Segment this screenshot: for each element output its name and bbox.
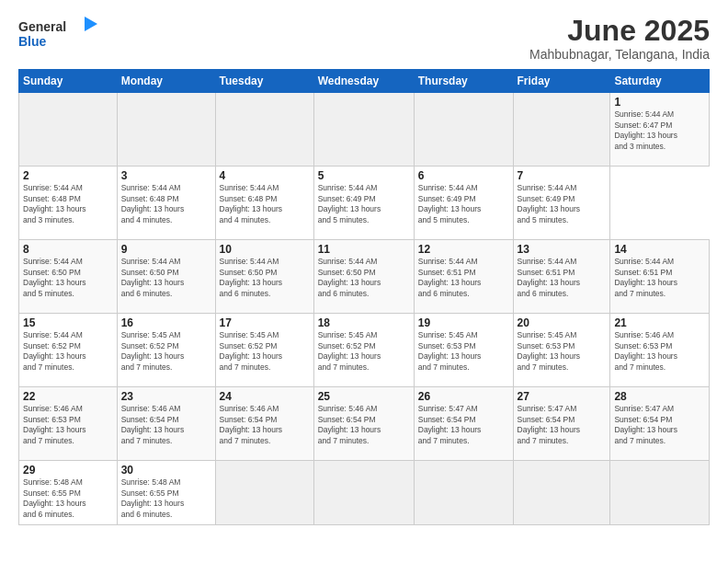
day-number: 2: [23, 169, 113, 182]
table-row: 17Sunrise: 5:45 AM Sunset: 6:52 PM Dayli…: [215, 314, 313, 387]
table-row: 13Sunrise: 5:44 AM Sunset: 6:51 PM Dayli…: [513, 240, 610, 314]
subtitle: Mahbubnagar, Telangana, India: [529, 47, 710, 62]
table-row: 26Sunrise: 5:47 AM Sunset: 6:54 PM Dayli…: [414, 387, 513, 461]
logo-svg: General Blue: [18, 15, 101, 52]
table-row: 8Sunrise: 5:44 AM Sunset: 6:50 PM Daylig…: [19, 240, 118, 314]
day-info: Sunrise: 5:44 AM Sunset: 6:51 PM Dayligh…: [614, 257, 705, 299]
table-row: [513, 461, 610, 525]
day-info: Sunrise: 5:47 AM Sunset: 6:54 PM Dayligh…: [418, 404, 509, 446]
day-number: 9: [121, 243, 211, 256]
col-monday: Monday: [117, 70, 215, 93]
table-row: 29Sunrise: 5:48 AM Sunset: 6:55 PM Dayli…: [19, 461, 118, 525]
day-number: 5: [318, 169, 410, 182]
svg-text:Blue: Blue: [18, 34, 47, 49]
day-info: Sunrise: 5:46 AM Sunset: 6:53 PM Dayligh…: [614, 330, 705, 373]
col-saturday: Saturday: [610, 70, 710, 93]
header-row: Sunday Monday Tuesday Wednesday Thursday…: [19, 70, 710, 93]
day-number: 10: [220, 243, 310, 256]
col-wednesday: Wednesday: [313, 70, 414, 93]
day-info: Sunrise: 5:45 AM Sunset: 6:53 PM Dayligh…: [518, 330, 607, 373]
day-number: 18: [318, 316, 410, 329]
day-info: Sunrise: 5:44 AM Sunset: 6:52 PM Dayligh…: [23, 330, 113, 373]
day-info: Sunrise: 5:45 AM Sunset: 6:53 PM Dayligh…: [418, 330, 509, 373]
day-info: Sunrise: 5:44 AM Sunset: 6:47 PM Dayligh…: [614, 109, 705, 152]
col-friday: Friday: [513, 70, 610, 93]
day-number: 15: [23, 316, 113, 329]
col-thursday: Thursday: [414, 70, 513, 93]
svg-marker-1: [85, 17, 97, 31]
day-number: 7: [518, 169, 607, 182]
day-info: Sunrise: 5:45 AM Sunset: 6:52 PM Dayligh…: [318, 330, 410, 373]
table-row: [117, 93, 215, 167]
day-number: 12: [418, 243, 509, 256]
table-row: 7Sunrise: 5:44 AM Sunset: 6:49 PM Daylig…: [513, 167, 610, 240]
table-row: 4Sunrise: 5:44 AM Sunset: 6:48 PM Daylig…: [215, 167, 313, 240]
table-row: 23Sunrise: 5:46 AM Sunset: 6:54 PM Dayli…: [117, 387, 215, 461]
table-row: 9Sunrise: 5:44 AM Sunset: 6:50 PM Daylig…: [117, 240, 215, 314]
day-number: 11: [318, 243, 410, 256]
table-row: [414, 461, 513, 525]
table-row: [313, 461, 414, 525]
table-row: 27Sunrise: 5:47 AM Sunset: 6:54 PM Dayli…: [513, 387, 610, 461]
table-row: 12Sunrise: 5:44 AM Sunset: 6:51 PM Dayli…: [414, 240, 513, 314]
day-number: 30: [121, 464, 211, 477]
day-number: 22: [23, 390, 113, 403]
day-info: Sunrise: 5:44 AM Sunset: 6:48 PM Dayligh…: [23, 183, 113, 225]
table-row: 2Sunrise: 5:44 AM Sunset: 6:48 PM Daylig…: [19, 167, 118, 240]
day-number: 19: [418, 316, 509, 329]
day-info: Sunrise: 5:44 AM Sunset: 6:49 PM Dayligh…: [518, 183, 607, 225]
page: General Blue June 2025 Mahbubnagar, Tela…: [0, 0, 728, 563]
day-info: Sunrise: 5:44 AM Sunset: 6:48 PM Dayligh…: [121, 183, 211, 225]
logo-content: General Blue: [18, 15, 101, 55]
table-row: 1Sunrise: 5:44 AM Sunset: 6:47 PM Daylig…: [610, 93, 710, 167]
day-number: 3: [121, 169, 211, 182]
table-row: [513, 93, 610, 167]
table-row: 30Sunrise: 5:48 AM Sunset: 6:55 PM Dayli…: [117, 461, 215, 525]
day-number: 27: [518, 390, 607, 403]
header: General Blue June 2025 Mahbubnagar, Tela…: [18, 15, 710, 62]
day-number: 17: [220, 316, 310, 329]
day-number: 8: [23, 243, 113, 256]
col-tuesday: Tuesday: [215, 70, 313, 93]
month-title: June 2025: [529, 15, 710, 47]
day-info: Sunrise: 5:48 AM Sunset: 6:55 PM Dayligh…: [23, 477, 113, 520]
day-number: 13: [518, 243, 607, 256]
table-row: [313, 93, 414, 167]
day-info: Sunrise: 5:44 AM Sunset: 6:51 PM Dayligh…: [518, 257, 607, 299]
day-info: Sunrise: 5:47 AM Sunset: 6:54 PM Dayligh…: [518, 404, 607, 446]
day-number: 1: [614, 96, 705, 109]
table-row: 18Sunrise: 5:45 AM Sunset: 6:52 PM Dayli…: [313, 314, 414, 387]
table-row: 14Sunrise: 5:44 AM Sunset: 6:51 PM Dayli…: [610, 240, 710, 314]
day-info: Sunrise: 5:44 AM Sunset: 6:50 PM Dayligh…: [318, 257, 410, 299]
day-number: 6: [418, 169, 509, 182]
day-info: Sunrise: 5:45 AM Sunset: 6:52 PM Dayligh…: [121, 330, 211, 373]
logo: General Blue: [18, 15, 101, 55]
table-row: 19Sunrise: 5:45 AM Sunset: 6:53 PM Dayli…: [414, 314, 513, 387]
day-number: 28: [614, 390, 705, 403]
table-row: 3Sunrise: 5:44 AM Sunset: 6:48 PM Daylig…: [117, 167, 215, 240]
day-info: Sunrise: 5:44 AM Sunset: 6:50 PM Dayligh…: [121, 257, 211, 299]
day-info: Sunrise: 5:44 AM Sunset: 6:50 PM Dayligh…: [23, 257, 113, 299]
table-row: 6Sunrise: 5:44 AM Sunset: 6:49 PM Daylig…: [414, 167, 513, 240]
day-number: 14: [614, 243, 705, 256]
day-number: 26: [418, 390, 509, 403]
table-row: 21Sunrise: 5:46 AM Sunset: 6:53 PM Dayli…: [610, 314, 710, 387]
day-info: Sunrise: 5:45 AM Sunset: 6:52 PM Dayligh…: [220, 330, 310, 373]
day-info: Sunrise: 5:46 AM Sunset: 6:54 PM Dayligh…: [220, 404, 310, 446]
day-info: Sunrise: 5:46 AM Sunset: 6:54 PM Dayligh…: [121, 404, 211, 446]
day-number: 16: [121, 316, 211, 329]
table-row: 22Sunrise: 5:46 AM Sunset: 6:53 PM Dayli…: [19, 387, 118, 461]
table-row: 15Sunrise: 5:44 AM Sunset: 6:52 PM Dayli…: [19, 314, 118, 387]
table-row: 20Sunrise: 5:45 AM Sunset: 6:53 PM Dayli…: [513, 314, 610, 387]
table-row: [215, 461, 313, 525]
table-row: 24Sunrise: 5:46 AM Sunset: 6:54 PM Dayli…: [215, 387, 313, 461]
day-info: Sunrise: 5:46 AM Sunset: 6:53 PM Dayligh…: [23, 404, 113, 446]
table-row: 28Sunrise: 5:47 AM Sunset: 6:54 PM Dayli…: [610, 387, 710, 461]
table-row: [414, 93, 513, 167]
day-info: Sunrise: 5:48 AM Sunset: 6:55 PM Dayligh…: [121, 477, 211, 520]
day-info: Sunrise: 5:44 AM Sunset: 6:51 PM Dayligh…: [418, 257, 509, 299]
table-row: [19, 93, 118, 167]
day-info: Sunrise: 5:46 AM Sunset: 6:54 PM Dayligh…: [318, 404, 410, 446]
day-info: Sunrise: 5:44 AM Sunset: 6:48 PM Dayligh…: [220, 183, 310, 225]
calendar-table: Sunday Monday Tuesday Wednesday Thursday…: [18, 69, 710, 525]
